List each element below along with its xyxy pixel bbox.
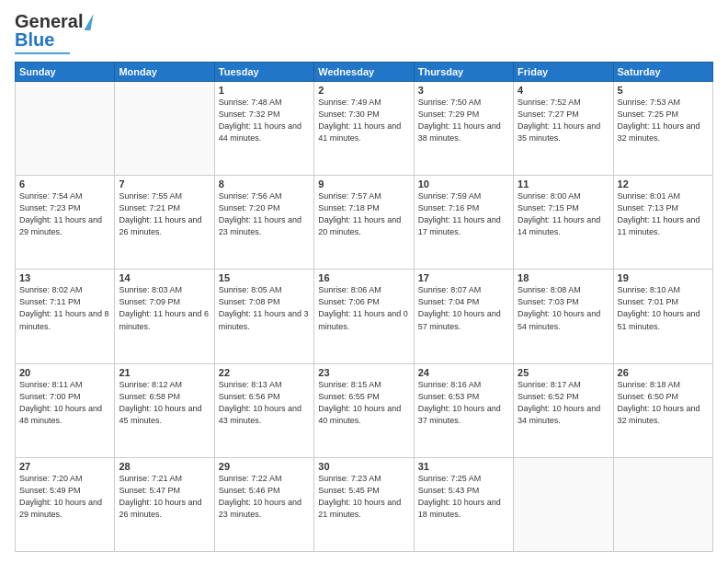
day-number: 1 xyxy=(219,85,310,96)
header: General Blue xyxy=(15,11,713,54)
calendar-cell xyxy=(115,82,214,176)
day-detail: Sunrise: 8:11 AM Sunset: 7:00 PM Dayligh… xyxy=(19,379,110,427)
day-number: 31 xyxy=(418,461,509,472)
calendar-cell: 20Sunrise: 8:11 AM Sunset: 7:00 PM Dayli… xyxy=(16,363,115,457)
calendar-week-3: 13Sunrise: 8:02 AM Sunset: 7:11 PM Dayli… xyxy=(16,270,713,363)
day-number: 2 xyxy=(318,85,409,96)
day-detail: Sunrise: 7:59 AM Sunset: 7:16 PM Dayligh… xyxy=(418,190,509,238)
calendar-cell: 9Sunrise: 7:57 AM Sunset: 7:18 PM Daylig… xyxy=(314,176,414,270)
day-detail: Sunrise: 7:22 AM Sunset: 5:46 PM Dayligh… xyxy=(219,473,310,521)
calendar-cell: 14Sunrise: 8:03 AM Sunset: 7:09 PM Dayli… xyxy=(115,270,214,363)
day-number: 26 xyxy=(618,367,709,378)
day-number: 22 xyxy=(219,367,310,378)
day-detail: Sunrise: 7:21 AM Sunset: 5:47 PM Dayligh… xyxy=(119,473,210,521)
day-detail: Sunrise: 8:02 AM Sunset: 7:11 PM Dayligh… xyxy=(19,284,110,332)
day-detail: Sunrise: 7:53 AM Sunset: 7:25 PM Dayligh… xyxy=(618,97,709,144)
calendar-week-5: 27Sunrise: 7:20 AM Sunset: 5:49 PM Dayli… xyxy=(16,457,713,551)
calendar-cell: 23Sunrise: 8:15 AM Sunset: 6:55 PM Dayli… xyxy=(314,363,414,457)
day-detail: Sunrise: 7:23 AM Sunset: 5:45 PM Dayligh… xyxy=(318,473,409,521)
day-detail: Sunrise: 8:15 AM Sunset: 6:55 PM Dayligh… xyxy=(318,379,409,427)
day-detail: Sunrise: 7:56 AM Sunset: 7:20 PM Dayligh… xyxy=(219,190,310,238)
day-detail: Sunrise: 7:54 AM Sunset: 7:23 PM Dayligh… xyxy=(19,190,110,238)
weekday-header-row: SundayMondayTuesdayWednesdayThursdayFrid… xyxy=(16,63,713,82)
day-number: 16 xyxy=(318,272,409,283)
day-detail: Sunrise: 8:01 AM Sunset: 7:13 PM Dayligh… xyxy=(618,190,709,238)
day-detail: Sunrise: 7:25 AM Sunset: 5:43 PM Dayligh… xyxy=(418,473,509,521)
day-number: 6 xyxy=(19,178,110,190)
day-number: 3 xyxy=(418,85,509,96)
day-number: 5 xyxy=(618,85,709,96)
day-number: 9 xyxy=(318,178,409,190)
page: General Blue SundayMondayTuesdayWednesda… xyxy=(0,0,728,563)
day-number: 8 xyxy=(219,178,310,190)
calendar-cell: 16Sunrise: 8:06 AM Sunset: 7:06 PM Dayli… xyxy=(314,270,414,363)
day-detail: Sunrise: 7:52 AM Sunset: 7:27 PM Dayligh… xyxy=(518,97,609,144)
day-detail: Sunrise: 8:10 AM Sunset: 7:01 PM Dayligh… xyxy=(618,284,709,332)
calendar-table: SundayMondayTuesdayWednesdayThursdayFrid… xyxy=(15,62,713,552)
day-number: 10 xyxy=(418,178,509,190)
calendar-cell: 25Sunrise: 8:17 AM Sunset: 6:52 PM Dayli… xyxy=(514,363,613,457)
day-detail: Sunrise: 7:55 AM Sunset: 7:21 PM Dayligh… xyxy=(119,190,210,238)
calendar-cell: 19Sunrise: 8:10 AM Sunset: 7:01 PM Dayli… xyxy=(613,270,712,363)
day-number: 12 xyxy=(618,178,709,190)
calendar-cell xyxy=(613,457,712,551)
day-detail: Sunrise: 7:50 AM Sunset: 7:29 PM Dayligh… xyxy=(418,97,509,144)
day-number: 30 xyxy=(318,461,409,472)
day-number: 20 xyxy=(19,367,110,378)
day-detail: Sunrise: 8:06 AM Sunset: 7:06 PM Dayligh… xyxy=(318,284,409,332)
calendar-cell xyxy=(16,82,115,176)
logo-triangle-icon xyxy=(85,14,94,30)
calendar-cell: 30Sunrise: 7:23 AM Sunset: 5:45 PM Dayli… xyxy=(314,457,414,551)
day-detail: Sunrise: 7:20 AM Sunset: 5:49 PM Dayligh… xyxy=(19,473,110,521)
day-detail: Sunrise: 7:48 AM Sunset: 7:32 PM Dayligh… xyxy=(219,97,310,144)
day-detail: Sunrise: 7:49 AM Sunset: 7:30 PM Dayligh… xyxy=(318,97,409,144)
day-detail: Sunrise: 8:08 AM Sunset: 7:03 PM Dayligh… xyxy=(518,284,609,332)
weekday-header-saturday: Saturday xyxy=(613,63,712,82)
calendar-cell: 26Sunrise: 8:18 AM Sunset: 6:50 PM Dayli… xyxy=(613,363,712,457)
day-number: 13 xyxy=(19,272,110,283)
day-number: 29 xyxy=(219,461,310,472)
day-number: 21 xyxy=(119,367,210,378)
logo-divider xyxy=(15,52,70,54)
calendar-cell: 8Sunrise: 7:56 AM Sunset: 7:20 PM Daylig… xyxy=(214,176,313,270)
day-detail: Sunrise: 8:18 AM Sunset: 6:50 PM Dayligh… xyxy=(618,379,709,427)
day-detail: Sunrise: 8:05 AM Sunset: 7:08 PM Dayligh… xyxy=(219,284,310,332)
day-number: 17 xyxy=(418,272,509,283)
day-number: 28 xyxy=(119,461,210,472)
day-detail: Sunrise: 8:13 AM Sunset: 6:56 PM Dayligh… xyxy=(219,379,310,427)
calendar-week-4: 20Sunrise: 8:11 AM Sunset: 7:00 PM Dayli… xyxy=(16,363,713,457)
calendar-cell: 27Sunrise: 7:20 AM Sunset: 5:49 PM Dayli… xyxy=(16,457,115,551)
calendar-cell: 11Sunrise: 8:00 AM Sunset: 7:15 PM Dayli… xyxy=(514,176,613,270)
calendar-cell: 29Sunrise: 7:22 AM Sunset: 5:46 PM Dayli… xyxy=(214,457,313,551)
day-number: 19 xyxy=(618,272,709,283)
calendar-cell: 31Sunrise: 7:25 AM Sunset: 5:43 PM Dayli… xyxy=(414,457,513,551)
calendar-cell: 10Sunrise: 7:59 AM Sunset: 7:16 PM Dayli… xyxy=(414,176,513,270)
calendar-cell: 3Sunrise: 7:50 AM Sunset: 7:29 PM Daylig… xyxy=(414,82,513,176)
weekday-header-wednesday: Wednesday xyxy=(314,63,414,82)
calendar-cell: 6Sunrise: 7:54 AM Sunset: 7:23 PM Daylig… xyxy=(16,176,115,270)
calendar-cell: 21Sunrise: 8:12 AM Sunset: 6:58 PM Dayli… xyxy=(115,363,214,457)
day-detail: Sunrise: 8:16 AM Sunset: 6:53 PM Dayligh… xyxy=(418,379,509,427)
logo-blue: Blue xyxy=(15,29,54,51)
calendar-cell: 7Sunrise: 7:55 AM Sunset: 7:21 PM Daylig… xyxy=(115,176,214,270)
logo: General Blue xyxy=(15,11,92,54)
day-number: 15 xyxy=(219,272,310,283)
day-number: 14 xyxy=(119,272,210,283)
weekday-header-sunday: Sunday xyxy=(16,63,115,82)
day-number: 27 xyxy=(19,461,110,472)
calendar-cell xyxy=(514,457,613,551)
day-detail: Sunrise: 7:57 AM Sunset: 7:18 PM Dayligh… xyxy=(318,190,409,238)
calendar-week-2: 6Sunrise: 7:54 AM Sunset: 7:23 PM Daylig… xyxy=(16,176,713,270)
weekday-header-friday: Friday xyxy=(514,63,613,82)
day-number: 18 xyxy=(518,272,609,283)
day-detail: Sunrise: 8:12 AM Sunset: 6:58 PM Dayligh… xyxy=(119,379,210,427)
calendar-cell: 13Sunrise: 8:02 AM Sunset: 7:11 PM Dayli… xyxy=(16,270,115,363)
calendar-cell: 1Sunrise: 7:48 AM Sunset: 7:32 PM Daylig… xyxy=(214,82,313,176)
day-number: 7 xyxy=(119,178,210,190)
day-number: 23 xyxy=(318,367,409,378)
calendar-cell: 24Sunrise: 8:16 AM Sunset: 6:53 PM Dayli… xyxy=(414,363,513,457)
day-number: 11 xyxy=(518,178,609,190)
calendar-cell: 28Sunrise: 7:21 AM Sunset: 5:47 PM Dayli… xyxy=(115,457,214,551)
weekday-header-thursday: Thursday xyxy=(414,63,513,82)
calendar-cell: 2Sunrise: 7:49 AM Sunset: 7:30 PM Daylig… xyxy=(314,82,414,176)
